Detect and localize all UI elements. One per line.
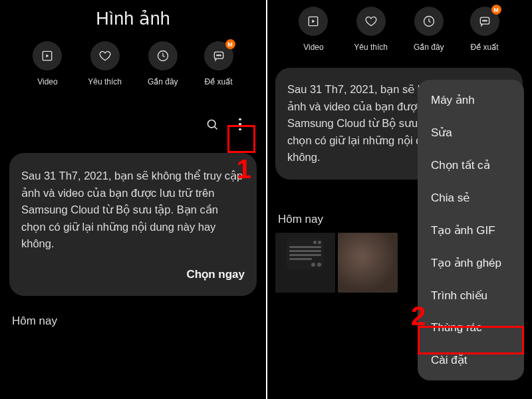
screenshot-divider	[266, 0, 267, 399]
toolbar: Video Yêu thích Gần đây M Đề xuất	[266, 0, 532, 52]
menu-camera[interactable]: Máy ảnh	[418, 84, 524, 116]
toolbar-item-video[interactable]: Video	[299, 7, 328, 52]
toolbar-item-suggest[interactable]: M Đề xuất	[204, 41, 233, 86]
toolbar-item-recent[interactable]: Gần đây	[148, 41, 178, 86]
svg-point-3	[216, 55, 217, 56]
notice-card[interactable]: Sau 31 Th7, 2021, bạn sẽ không thể truy …	[9, 153, 257, 296]
badge: M	[491, 5, 501, 15]
thumbnail[interactable]	[338, 233, 398, 293]
svg-point-5	[219, 55, 220, 56]
page-title: Hình ảnh	[0, 8, 266, 29]
step-1-highlight	[227, 125, 255, 153]
toolbar-item-suggest[interactable]: M Đề xuất	[470, 7, 499, 52]
toolbar-item-favorite[interactable]: Yêu thích	[354, 7, 388, 52]
clock-icon	[156, 49, 170, 63]
chat-icon	[212, 49, 225, 63]
notice-cta[interactable]: Chọn ngay	[21, 267, 245, 281]
step-2-highlight	[418, 326, 524, 354]
menu-select-all[interactable]: Chọn tất cả	[418, 149, 524, 182]
menu-share[interactable]: Chia sẻ	[418, 182, 524, 214]
svg-point-6	[207, 120, 215, 127]
menu-slideshow[interactable]: Trình chiếu	[418, 279, 524, 312]
menu-collage[interactable]: Tạo ảnh ghép	[418, 247, 524, 279]
play-icon	[307, 15, 320, 28]
toolbar-item-video[interactable]: Video	[33, 41, 62, 86]
notice-text: Sau 31 Th7, 2021, bạn sẽ không thể truy …	[21, 168, 245, 253]
step-1-number: 1	[237, 154, 251, 184]
badge: M	[225, 39, 235, 49]
toolbar-item-favorite[interactable]: Yêu thích	[88, 41, 122, 86]
heart-icon	[364, 15, 378, 28]
toolbar: Video Yêu thích Gần đây M Đề xuất	[0, 41, 266, 86]
play-icon	[41, 49, 54, 63]
menu-create-gif[interactable]: Tạo ảnh GIF	[418, 214, 524, 247]
clock-icon	[422, 15, 436, 28]
search-button[interactable]	[201, 113, 223, 136]
svg-point-10	[482, 21, 483, 21]
search-icon	[205, 118, 219, 132]
left-screenshot: Hình ảnh Video Yêu thích Gần đây M Đề xu…	[0, 0, 266, 399]
section-today: Hôm nay	[12, 315, 254, 328]
chat-icon	[478, 15, 491, 28]
svg-point-12	[485, 21, 486, 21]
right-screenshot: Video Yêu thích Gần đây M Đề xuất Sau 31…	[266, 0, 532, 399]
svg-point-11	[484, 21, 485, 21]
heart-icon	[98, 49, 112, 63]
toolbar-item-recent[interactable]: Gần đây	[414, 7, 444, 52]
thumbnail[interactable]	[275, 233, 335, 293]
svg-point-4	[218, 55, 219, 56]
menu-edit[interactable]: Sửa	[418, 116, 524, 149]
